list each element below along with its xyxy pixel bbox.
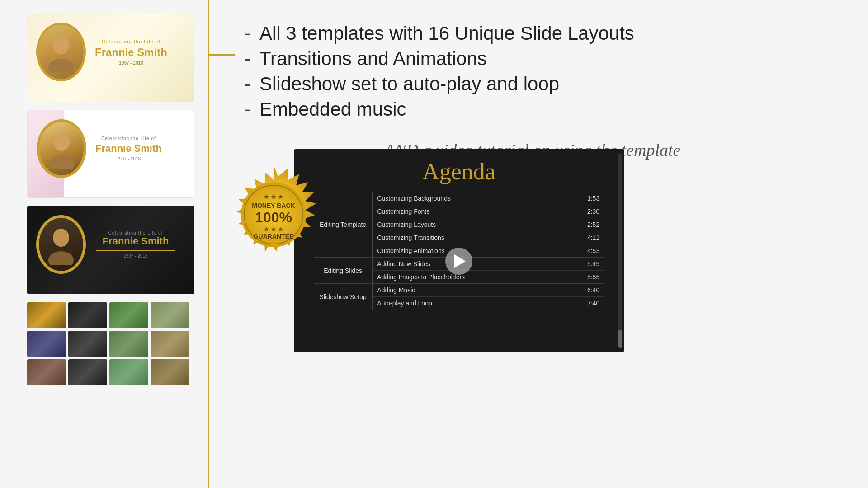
bullet-item-4: - Embedded music [244, 99, 850, 120]
card-1-photo [36, 23, 86, 81]
card-1-dates: 1937 - 2018 [95, 61, 167, 66]
svg-point-4 [53, 229, 69, 247]
bullet-dash-2: - [244, 48, 250, 70]
thumb-11 [109, 359, 148, 385]
svg-text:GUARANTEE: GUARANTEE [254, 233, 294, 240]
agenda-item-adding-music: Adding Music [373, 284, 562, 297]
card-2-text: Celebrating the Life of Frannie Smith 19… [95, 136, 162, 161]
bullet-text-4: Embedded music [259, 99, 406, 120]
card-2-dates: 1937 - 2018 [95, 156, 162, 161]
template-card-3: Celebrating the Life of Frannie Smith 19… [27, 206, 194, 294]
agenda-time-9: 7:40 [562, 297, 604, 310]
agenda-time-6: 5:45 [562, 258, 604, 271]
card-1-name: Frannie Smith [95, 46, 167, 59]
template-card-2: Celebrating the Life of Frannie Smith 19… [27, 110, 194, 198]
badge-container: ★ ★ ★ MONEY BACK 100% ★ ★ ★ GUARANTEE [222, 163, 326, 268]
agenda-time-7: 5:55 [562, 271, 604, 284]
agenda-time-1: 1:53 [562, 192, 604, 205]
agenda-time-2: 2:30 [562, 205, 604, 218]
main-content: - All 3 templates with 16 Unique Slide L… [244, 23, 850, 143]
bullet-dash-1: - [244, 23, 250, 44]
thumb-10 [68, 359, 107, 385]
bullet-item-2: - Transitions and Animations [244, 48, 850, 70]
bullet-text-1: All 3 templates with 16 Unique Slide Lay… [259, 23, 634, 44]
money-back-badge: ★ ★ ★ MONEY BACK 100% ★ ★ ★ GUARANTEE [222, 163, 326, 267]
bullet-list: - All 3 templates with 16 Unique Slide L… [244, 23, 850, 120]
agenda-time-8: 6:40 [562, 284, 604, 297]
bullet-dash-3: - [244, 73, 250, 95]
svg-text:100%: 100% [255, 209, 292, 225]
play-button[interactable] [445, 248, 472, 275]
card-3-text: Celebrating the Life of Frannie Smith 19… [86, 230, 185, 258]
play-triangle-icon [454, 254, 466, 268]
thumb-8 [151, 331, 189, 357]
thumb-2 [68, 302, 107, 328]
svg-point-1 [48, 59, 74, 72]
video-player[interactable]: Agenda Editing Template Customizing Back… [294, 149, 624, 352]
bullet-item-1: - All 3 templates with 16 Unique Slide L… [244, 23, 850, 44]
vertical-divider [208, 0, 209, 488]
thumb-12 [151, 359, 189, 385]
svg-point-5 [48, 251, 74, 265]
thumb-3 [109, 302, 148, 328]
card-1-subtitle: Celebrating the Life of [95, 39, 167, 44]
svg-point-0 [53, 36, 69, 54]
thumb-1 [27, 302, 66, 328]
agenda-title: Agenda [294, 149, 624, 192]
photo-row-3 [27, 359, 199, 385]
agenda-time-3: 2:52 [562, 218, 604, 231]
agenda-item-adding-images: Adding Images to Placeholders [373, 271, 562, 284]
photo-row-1 [27, 302, 199, 328]
left-panel: Celebrating the Life of Frannie Smith 19… [27, 14, 199, 385]
thumb-6 [68, 331, 107, 357]
card-3-dates: 1937 - 2018 [86, 253, 185, 258]
template-card-1: Celebrating the Life of Frannie Smith 19… [27, 14, 194, 102]
agenda-item-autoplay-loop: Auto-play and Loop [373, 297, 562, 310]
section-label-slideshow-setup: Slideshow Setup [314, 284, 373, 310]
card-3-name: Frannie Smith [86, 235, 185, 247]
thumb-9 [27, 359, 66, 385]
thumb-5 [27, 331, 66, 357]
thumb-4 [151, 302, 189, 328]
card-2-photo [37, 119, 86, 178]
photo-grid [27, 302, 199, 385]
table-row: Editing Template Customizing Backgrounds… [314, 192, 604, 205]
agenda-time-5: 4:53 [562, 244, 604, 258]
card-2-name: Frannie Smith [95, 143, 162, 155]
bullet-text-3: Slideshow set to auto-play and loop [259, 73, 559, 95]
svg-text:★ ★ ★: ★ ★ ★ [264, 226, 283, 233]
agenda-item-customizing-fonts: Customizing Fonts [373, 205, 562, 218]
svg-text:★ ★ ★: ★ ★ ★ [264, 193, 283, 200]
horizontal-line [208, 54, 235, 56]
agenda-item-customizing-layouts: Customizing Layouts [373, 218, 562, 231]
bullet-dash-4: - [244, 99, 250, 120]
agenda-item-customizing-backgrounds: Customizing Backgrounds [373, 192, 562, 205]
card-3-subtitle: Celebrating the Life of [86, 230, 185, 235]
agenda-time-4: 4:11 [562, 231, 604, 244]
svg-point-3 [49, 155, 74, 169]
card-3-photo [36, 215, 86, 274]
video-scrollbar[interactable] [618, 154, 622, 348]
thumb-7 [109, 331, 148, 357]
card-1-text: Celebrating the Life of Frannie Smith 19… [95, 39, 167, 66]
photo-row-2 [27, 331, 199, 357]
video-scrollbar-thumb [618, 330, 622, 348]
agenda-item-customizing-transitions: Customizing Transitions [373, 231, 562, 244]
bullet-text-2: Transitions and Animations [259, 48, 487, 70]
table-row: Slideshow Setup Adding Music 6:40 [314, 284, 604, 297]
card-2-subtitle: Celebrating the Life of [95, 136, 162, 141]
svg-text:MONEY BACK: MONEY BACK [252, 202, 295, 209]
svg-point-2 [53, 133, 70, 151]
bullet-item-3: - Slideshow set to auto-play and loop [244, 73, 850, 95]
